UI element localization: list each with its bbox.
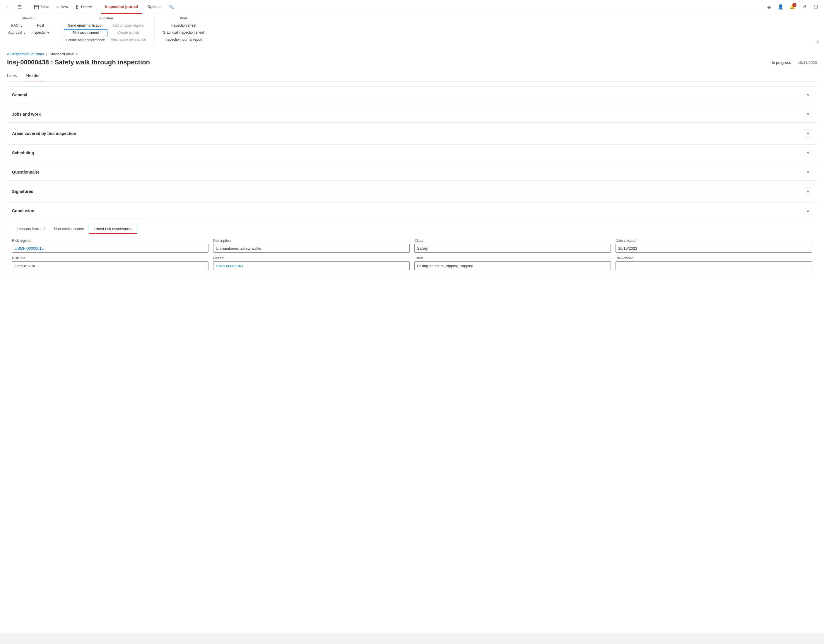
toolbar-right: ◈ 👤 🔔 0 ↺ ☐ (764, 0, 821, 14)
user-icon-button[interactable]: 👤 (776, 2, 786, 12)
accordion-header-conclusion[interactable]: Conclusion ∧ (7, 203, 817, 219)
field-label: Label (414, 256, 611, 270)
maintain-col-2: Post Inspector ∨ (29, 22, 52, 36)
maintain-col-1: RACI ∨ Approval ∨ (6, 22, 28, 36)
risk-assessment-button[interactable]: Risk assessment (64, 29, 107, 36)
page-container: All inspection journals | Standard view … (0, 47, 824, 633)
breadcrumb-view[interactable]: Standard view ∨ (49, 52, 78, 56)
search-icon: 🔍 (169, 5, 174, 10)
accordion-header-areas[interactable]: Areas covered by this inspection ∨ (7, 125, 817, 142)
field-risk-line: Risk line (12, 256, 209, 270)
conclusion-form-row2: Risk line Hazard Label Risk owner (12, 256, 812, 270)
save-button[interactable]: 💾 Save (31, 3, 52, 11)
inspector-button[interactable]: Inspector ∨ (29, 29, 52, 36)
breadcrumb-link[interactable]: All inspection journals (7, 52, 44, 56)
add-issue-register-button[interactable]: Add to issue register (109, 22, 149, 29)
search-button[interactable]: 🔍 (166, 3, 177, 11)
inspection-journal-report-button[interactable]: Inspection journal report (160, 36, 206, 43)
field-hazard: Hazard (213, 256, 410, 270)
delete-button[interactable]: 🗑 Delete (72, 3, 95, 11)
ribbon: Maintain RACI ∨ Approval ∨ Post (0, 14, 824, 47)
print-items: Inspection sheet Graphical inspection sh… (160, 22, 206, 43)
conclusion-tab-lessons-learned[interactable]: Lessons learned (12, 224, 49, 234)
risk-owner-input[interactable] (615, 261, 812, 270)
conclusion-tab-non-conformance[interactable]: Non conformance (49, 224, 89, 234)
hazard-label: Hazard (213, 256, 410, 260)
breadcrumb: All inspection journals | Standard view … (7, 52, 817, 56)
tab-options[interactable]: Options (143, 0, 164, 14)
toolbar-left: ← ☰ 💾 Save + New 🗑 Delete Inspection jou… (3, 0, 177, 14)
print-col-1: Inspection sheet Graphical inspection sh… (160, 22, 206, 43)
accordion-item-areas: Areas covered by this inspection ∨ (7, 125, 817, 142)
post-button[interactable]: Post (29, 22, 52, 29)
back-button[interactable]: ← (3, 3, 14, 11)
hamburger-button[interactable]: ☰ (15, 3, 25, 11)
ribbon-groups: Maintain RACI ∨ Approval ∨ Post (6, 16, 818, 43)
field-description: Description (213, 238, 410, 253)
inspection-sheet-button[interactable]: Inspection sheet (160, 22, 206, 29)
field-date-created: Date created (615, 238, 812, 253)
tab-header[interactable]: Header (26, 71, 44, 81)
function-title: Function (64, 16, 148, 20)
page-title-row: Insj-00000438 : Safety walk through insp… (7, 58, 817, 66)
save-icon: 💾 (34, 5, 39, 10)
accordion-header-general[interactable]: General ∨ (7, 87, 817, 103)
new-button[interactable]: + New (54, 3, 71, 11)
chevron-down-icon-general: ∨ (804, 91, 812, 99)
page-date: 10/13/2023 (798, 60, 817, 65)
raci-button[interactable]: RACI ∨ (6, 22, 28, 29)
accordion-header-jobs[interactable]: Jobs and work ∨ (7, 106, 817, 122)
ribbon-group-function: Function Send email notification Risk as… (64, 16, 155, 43)
label-input[interactable] (414, 261, 611, 270)
risk-register-input[interactable] (12, 244, 209, 253)
function-col-1: Send email notification Risk assessment … (64, 22, 107, 43)
create-activity-button[interactable]: Create activity (109, 29, 149, 36)
delete-label: Delete (81, 5, 92, 9)
main-toolbar: ← ☰ 💾 Save + New 🗑 Delete Inspection jou… (0, 0, 824, 14)
accordion-header-scheduling[interactable]: Scheduling ∨ (7, 144, 817, 161)
send-email-button[interactable]: Send email notification (64, 22, 107, 29)
accordion-title-questionnaire: Questionnaire (12, 170, 40, 174)
diamond-icon-button[interactable]: ◈ (764, 2, 774, 12)
share-button[interactable]: ☐ (811, 2, 821, 12)
conclusion-content: Lessons learned Non conformance Latest r… (7, 219, 817, 275)
field-risk-register: Risk register (12, 238, 209, 253)
chevron-down-icon-jobs: ∨ (804, 110, 812, 118)
approval-button[interactable]: Approval ∨ (6, 29, 28, 36)
print-title: Print (160, 16, 206, 20)
back-icon: ← (6, 5, 11, 9)
hamburger-icon: ☰ (18, 5, 22, 10)
accordion-header-questionnaire[interactable]: Questionnaire ∨ (7, 164, 817, 180)
risk-line-input[interactable] (12, 261, 209, 270)
accordion-title-scheduling: Scheduling (12, 151, 34, 155)
description-input[interactable] (213, 244, 410, 253)
risk-line-label: Risk line (12, 256, 209, 260)
save-label: Save (41, 5, 49, 9)
page-meta: In progress 10/13/2023 (772, 60, 817, 65)
tab-lines[interactable]: Lines (7, 71, 22, 81)
ribbon-collapse-button[interactable]: ∧ (816, 39, 819, 45)
conclusion-form-row1: Risk register Description Class Date cre… (12, 238, 812, 253)
description-label: Description (213, 238, 410, 243)
accordion-item-questionnaire: Questionnaire ∨ (7, 164, 817, 181)
chevron-down-icon-questionnaire: ∨ (804, 168, 812, 176)
date-created-input[interactable] (615, 244, 812, 253)
graphical-inspection-sheet-button[interactable]: Graphical inspection sheet (160, 29, 206, 36)
page-tabs: Lines Header (7, 71, 817, 81)
refresh-icon: ↺ (802, 4, 806, 10)
conclusion-tabs: Lessons learned Non conformance Latest r… (12, 224, 812, 234)
date-created-label: Date created (615, 238, 812, 243)
hazard-input[interactable] (213, 261, 410, 270)
create-non-conformance-button[interactable]: Create non conformance (64, 37, 107, 43)
refresh-button[interactable]: ↺ (799, 2, 809, 12)
chevron-down-icon-areas: ∨ (804, 129, 812, 138)
conclusion-tab-latest-risk-assessment[interactable]: Latest risk assessment (89, 224, 137, 234)
function-col-2: Add to issue register Create activity Vi… (109, 22, 149, 43)
notification-button[interactable]: 🔔 0 (788, 2, 797, 12)
delete-icon: 🗑 (75, 5, 79, 9)
view-score-button[interactable]: View score per section (109, 36, 149, 43)
accordion-header-signatures[interactable]: Signatures ∨ (7, 183, 817, 200)
class-input[interactable] (414, 244, 611, 253)
accordion-title-jobs: Jobs and work (12, 112, 41, 117)
tab-inspection-journal[interactable]: Inspection journal (101, 0, 142, 14)
